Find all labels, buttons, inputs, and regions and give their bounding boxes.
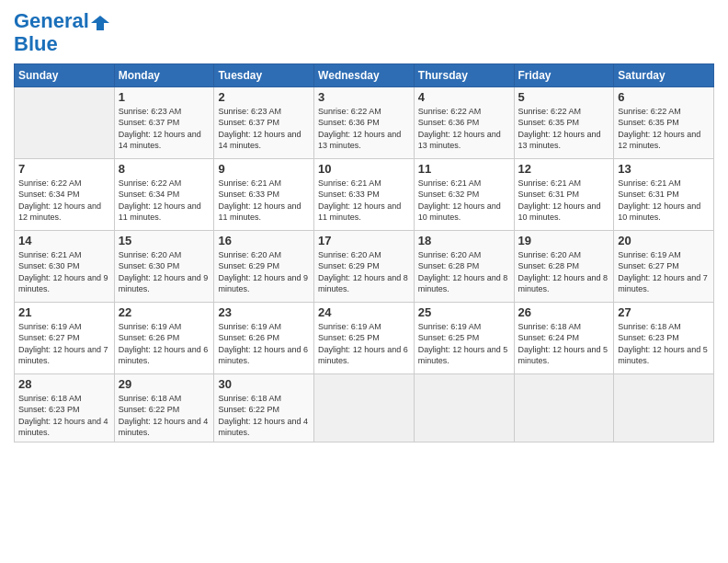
calendar-cell: 8Sunrise: 6:22 AMSunset: 6:34 PMDaylight…	[114, 158, 214, 230]
calendar-cell: 2Sunrise: 6:23 AMSunset: 6:37 PMDaylight…	[214, 86, 314, 158]
day-number: 2	[218, 90, 310, 104]
calendar-cell	[314, 373, 415, 442]
day-info: Sunrise: 6:22 AMSunset: 6:35 PMDaylight:…	[518, 106, 610, 152]
weekday-header-thursday: Thursday	[414, 63, 514, 86]
week-row-4: 21Sunrise: 6:19 AMSunset: 6:27 PMDayligh…	[15, 302, 714, 373]
svg-marker-0	[91, 16, 109, 30]
calendar-cell: 11Sunrise: 6:21 AMSunset: 6:32 PMDayligh…	[414, 158, 514, 230]
day-number: 12	[518, 162, 610, 176]
calendar-cell: 14Sunrise: 6:21 AMSunset: 6:30 PMDayligh…	[15, 230, 115, 302]
day-info: Sunrise: 6:21 AMSunset: 6:33 PMDaylight:…	[218, 178, 310, 224]
calendar-cell: 20Sunrise: 6:19 AMSunset: 6:27 PMDayligh…	[614, 230, 714, 302]
weekday-header-friday: Friday	[514, 63, 614, 86]
day-info: Sunrise: 6:20 AMSunset: 6:28 PMDaylight:…	[518, 249, 610, 295]
calendar-cell: 9Sunrise: 6:21 AMSunset: 6:33 PMDaylight…	[214, 158, 314, 230]
week-row-5: 28Sunrise: 6:18 AMSunset: 6:23 PMDayligh…	[15, 373, 714, 442]
day-number: 13	[618, 162, 710, 176]
day-number: 15	[119, 234, 210, 247]
day-number: 24	[318, 305, 410, 319]
day-info: Sunrise: 6:18 AMSunset: 6:22 PMDaylight:…	[119, 393, 210, 439]
day-number: 3	[318, 90, 410, 104]
calendar-cell: 29Sunrise: 6:18 AMSunset: 6:22 PMDayligh…	[114, 373, 214, 442]
calendar-cell: 22Sunrise: 6:19 AMSunset: 6:26 PMDayligh…	[114, 302, 214, 373]
day-number: 17	[318, 234, 410, 247]
day-info: Sunrise: 6:22 AMSunset: 6:36 PMDaylight:…	[318, 106, 410, 152]
day-number: 14	[18, 234, 110, 247]
day-number: 21	[18, 305, 110, 319]
day-number: 26	[518, 305, 610, 319]
day-info: Sunrise: 6:21 AMSunset: 6:30 PMDaylight:…	[18, 249, 110, 295]
day-info: Sunrise: 6:20 AMSunset: 6:29 PMDaylight:…	[318, 249, 410, 295]
day-info: Sunrise: 6:23 AMSunset: 6:37 PMDaylight:…	[218, 106, 310, 152]
day-info: Sunrise: 6:18 AMSunset: 6:23 PMDaylight:…	[618, 321, 710, 367]
day-info: Sunrise: 6:21 AMSunset: 6:31 PMDaylight:…	[518, 178, 610, 224]
day-number: 10	[318, 162, 410, 176]
calendar-table: SundayMondayTuesdayWednesdayThursdayFrid…	[14, 63, 714, 442]
calendar-cell: 4Sunrise: 6:22 AMSunset: 6:36 PMDaylight…	[414, 86, 514, 158]
calendar-cell: 10Sunrise: 6:21 AMSunset: 6:33 PMDayligh…	[314, 158, 415, 230]
day-info: Sunrise: 6:20 AMSunset: 6:28 PMDaylight:…	[418, 249, 510, 295]
day-number: 20	[618, 234, 710, 247]
day-info: Sunrise: 6:21 AMSunset: 6:33 PMDaylight:…	[318, 178, 410, 224]
day-info: Sunrise: 6:19 AMSunset: 6:25 PMDaylight:…	[318, 321, 410, 367]
calendar-cell: 13Sunrise: 6:21 AMSunset: 6:31 PMDayligh…	[614, 158, 714, 230]
day-number: 11	[418, 162, 510, 176]
calendar-cell	[614, 373, 714, 442]
calendar-cell: 25Sunrise: 6:19 AMSunset: 6:25 PMDayligh…	[414, 302, 514, 373]
calendar-cell: 19Sunrise: 6:20 AMSunset: 6:28 PMDayligh…	[514, 230, 614, 302]
day-info: Sunrise: 6:23 AMSunset: 6:37 PMDaylight:…	[119, 106, 210, 152]
calendar-cell: 5Sunrise: 6:22 AMSunset: 6:35 PMDaylight…	[514, 86, 614, 158]
day-number: 28	[18, 377, 110, 391]
day-info: Sunrise: 6:22 AMSunset: 6:35 PMDaylight:…	[618, 106, 710, 152]
calendar-cell: 24Sunrise: 6:19 AMSunset: 6:25 PMDayligh…	[314, 302, 415, 373]
day-info: Sunrise: 6:19 AMSunset: 6:26 PMDaylight:…	[119, 321, 210, 367]
logo-text-general: General	[14, 9, 89, 32]
day-number: 1	[119, 90, 210, 104]
calendar-cell: 27Sunrise: 6:18 AMSunset: 6:23 PMDayligh…	[614, 302, 714, 373]
calendar-cell: 6Sunrise: 6:22 AMSunset: 6:35 PMDaylight…	[614, 86, 714, 158]
calendar-cell: 1Sunrise: 6:23 AMSunset: 6:37 PMDaylight…	[114, 86, 214, 158]
calendar-cell: 21Sunrise: 6:19 AMSunset: 6:27 PMDayligh…	[15, 302, 115, 373]
week-row-1: 1Sunrise: 6:23 AMSunset: 6:37 PMDaylight…	[15, 86, 714, 158]
calendar-cell	[414, 373, 514, 442]
weekday-header-row: SundayMondayTuesdayWednesdayThursdayFrid…	[15, 63, 714, 86]
logo-text-blue: Blue	[14, 32, 109, 55]
calendar-cell: 26Sunrise: 6:18 AMSunset: 6:24 PMDayligh…	[514, 302, 614, 373]
calendar-cell: 17Sunrise: 6:20 AMSunset: 6:29 PMDayligh…	[314, 230, 415, 302]
day-info: Sunrise: 6:20 AMSunset: 6:29 PMDaylight:…	[218, 249, 310, 295]
header: General Blue	[14, 9, 714, 56]
day-number: 7	[18, 162, 110, 176]
day-number: 8	[119, 162, 210, 176]
day-info: Sunrise: 6:20 AMSunset: 6:30 PMDaylight:…	[119, 249, 210, 295]
day-number: 27	[618, 305, 710, 319]
day-number: 30	[218, 377, 310, 391]
calendar-cell: 16Sunrise: 6:20 AMSunset: 6:29 PMDayligh…	[214, 230, 314, 302]
day-info: Sunrise: 6:19 AMSunset: 6:26 PMDaylight:…	[218, 321, 310, 367]
day-info: Sunrise: 6:18 AMSunset: 6:22 PMDaylight:…	[218, 393, 310, 439]
week-row-3: 14Sunrise: 6:21 AMSunset: 6:30 PMDayligh…	[15, 230, 714, 302]
day-number: 9	[218, 162, 310, 176]
day-number: 6	[618, 90, 710, 104]
day-info: Sunrise: 6:22 AMSunset: 6:36 PMDaylight:…	[418, 106, 510, 152]
weekday-header-wednesday: Wednesday	[314, 63, 415, 86]
day-number: 5	[518, 90, 610, 104]
calendar-body: 1Sunrise: 6:23 AMSunset: 6:37 PMDaylight…	[15, 86, 714, 442]
calendar-cell	[514, 373, 614, 442]
calendar-container: General Blue SundayMondayTuesdayWednesda…	[0, 0, 728, 452]
day-info: Sunrise: 6:21 AMSunset: 6:31 PMDaylight:…	[618, 178, 710, 224]
weekday-header-sunday: Sunday	[15, 63, 115, 86]
day-number: 22	[119, 305, 210, 319]
calendar-cell: 12Sunrise: 6:21 AMSunset: 6:31 PMDayligh…	[514, 158, 614, 230]
day-info: Sunrise: 6:22 AMSunset: 6:34 PMDaylight:…	[119, 178, 210, 224]
calendar-cell: 28Sunrise: 6:18 AMSunset: 6:23 PMDayligh…	[15, 373, 115, 442]
day-number: 4	[418, 90, 510, 104]
logo: General Blue	[14, 9, 109, 56]
day-number: 19	[518, 234, 610, 247]
weekday-header-saturday: Saturday	[614, 63, 714, 86]
day-number: 18	[418, 234, 510, 247]
day-info: Sunrise: 6:18 AMSunset: 6:24 PMDaylight:…	[518, 321, 610, 367]
day-info: Sunrise: 6:19 AMSunset: 6:25 PMDaylight:…	[418, 321, 510, 367]
day-info: Sunrise: 6:19 AMSunset: 6:27 PMDaylight:…	[618, 249, 710, 295]
weekday-header-tuesday: Tuesday	[214, 63, 314, 86]
calendar-cell: 7Sunrise: 6:22 AMSunset: 6:34 PMDaylight…	[15, 158, 115, 230]
